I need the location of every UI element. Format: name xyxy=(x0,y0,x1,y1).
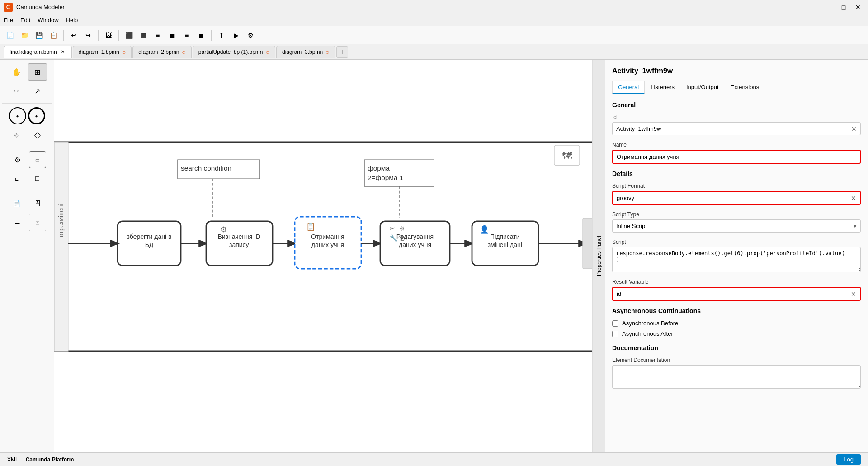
tab-diagram3[interactable]: diagram_3.bpmn ○ xyxy=(276,46,335,58)
close-button[interactable]: ✕ xyxy=(852,1,864,14)
tab-label: diagram_3.bpmn xyxy=(282,49,323,55)
add-tab-button[interactable]: + xyxy=(336,46,348,58)
id-clear-btn[interactable]: ✕ xyxy=(848,124,860,134)
align-bottom[interactable]: ≣ xyxy=(195,29,208,42)
intermediate-event-tool[interactable]: ◎ xyxy=(7,126,26,143)
async-after-row: Asynchronous After xyxy=(612,330,861,337)
hand-tool[interactable]: ✋ xyxy=(7,63,26,81)
move-tool[interactable]: ↔ xyxy=(7,82,26,100)
save-btn[interactable]: 💾 xyxy=(33,29,45,42)
menu-window[interactable]: Window xyxy=(38,17,58,24)
script-textarea[interactable]: response.responseBody.elements().get(0).… xyxy=(613,247,860,272)
result-variable-label: Result Variable xyxy=(612,279,861,285)
diagram-canvas[interactable]: зміненi атр... search condition форма 2=… xyxy=(54,60,592,452)
script-format-label: Script Format xyxy=(612,183,861,189)
svg-text:⚙: ⚙ xyxy=(220,225,227,234)
menu-edit[interactable]: Edit xyxy=(20,17,30,24)
script-format-clear-btn[interactable]: ✕ xyxy=(847,193,860,204)
align-center[interactable]: ▦ xyxy=(137,29,150,42)
details-section-title: Details xyxy=(612,170,861,177)
unsaved-indicator: ○ xyxy=(326,48,329,56)
svg-text:даних учня: даних учня xyxy=(399,241,431,248)
task-tool[interactable]: ▭ xyxy=(29,151,46,168)
element-doc-textarea[interactable] xyxy=(613,366,860,388)
undo-btn[interactable]: ↩ xyxy=(67,29,80,42)
maximize-button[interactable]: □ xyxy=(837,1,850,14)
tab-label: diagram_1.bpmn xyxy=(79,49,119,55)
align-left[interactable]: ⬛ xyxy=(123,29,135,42)
tab-diagram2[interactable]: diagram_2.bpmn ○ xyxy=(132,46,192,58)
data-store-tool[interactable]: 🗄 xyxy=(28,195,47,212)
svg-text:📋: 📋 xyxy=(306,222,316,232)
expanded-pool-tool[interactable]: ▬ xyxy=(8,214,27,231)
connect-tool[interactable]: ↗ xyxy=(28,82,47,100)
service-task-tool[interactable]: ⚙ xyxy=(8,151,27,168)
tabs-bar: finalkdiagram.bpmn ✕ diagram_1.bpmn ○ di… xyxy=(0,44,868,60)
svg-text:зміненi: зміненi xyxy=(57,204,65,224)
upload-btn[interactable]: ⬆ xyxy=(215,29,228,42)
export-btn[interactable]: 📋 xyxy=(47,29,60,42)
start-event-tool[interactable]: ● xyxy=(9,107,26,124)
tab-listeners[interactable]: Listeners xyxy=(645,81,680,94)
status-tab-camunda[interactable]: Camunda Platform xyxy=(26,456,74,463)
svg-text:атр...: атр... xyxy=(57,222,65,237)
settings-btn[interactable]: ⚙ xyxy=(244,29,257,42)
svg-text:БД: БД xyxy=(145,241,154,248)
redo-btn[interactable]: ↪ xyxy=(82,29,94,42)
svg-text:Редагування: Редагування xyxy=(396,233,434,240)
general-section-title: General xyxy=(612,101,861,109)
sub-process-tool[interactable]: ⊏ xyxy=(7,170,26,187)
tab-partialupdate[interactable]: partialUpdate_bp (1).bpmn ○ xyxy=(193,46,275,58)
tab-general[interactable]: General xyxy=(612,81,645,94)
gateway-tool[interactable]: ◇ xyxy=(28,126,47,143)
id-input[interactable] xyxy=(613,123,848,135)
tool-row-3: ● ● xyxy=(2,107,52,124)
embed-btn[interactable]: 🖼 xyxy=(102,29,115,42)
minimize-button[interactable]: — xyxy=(823,1,835,14)
async-section-title: Asynchronous Continuations xyxy=(612,307,861,314)
svg-text:✂: ✂ xyxy=(390,225,395,232)
properties-panel-label[interactable]: Properties Panel xyxy=(593,60,605,452)
async-after-label[interactable]: Asynchronous After xyxy=(622,330,673,337)
align-top[interactable]: ≣ xyxy=(166,29,179,42)
svg-text:Визначення ID: Визначення ID xyxy=(217,233,260,240)
script-format-input[interactable] xyxy=(613,192,847,204)
script-type-select[interactable]: Inline Script External Script xyxy=(613,220,860,232)
sep2 xyxy=(98,30,99,41)
group-tool[interactable]: ⊡ xyxy=(29,214,46,231)
async-before-checkbox[interactable] xyxy=(612,320,618,327)
svg-text:🗺: 🗺 xyxy=(562,150,572,162)
status-tab-xml[interactable]: XML xyxy=(7,456,19,463)
svg-rect-43 xyxy=(583,218,592,269)
tab-label: diagram_2.bpmn xyxy=(138,49,179,55)
tab-extensions[interactable]: Extensions xyxy=(725,81,765,94)
name-input[interactable] xyxy=(613,151,860,163)
svg-text:Підписати: Підписати xyxy=(490,233,519,240)
element-doc-field-group: Element Documentation xyxy=(612,357,861,389)
svg-text:2=форма 1: 2=форма 1 xyxy=(368,174,403,181)
select-tool[interactable]: ⊞ xyxy=(28,63,47,81)
tab-close[interactable]: ✕ xyxy=(60,49,66,55)
pool-tool[interactable]: ☐ xyxy=(28,170,47,187)
id-field-group: Id ✕ xyxy=(612,114,861,135)
documentation-section-title: Documentation xyxy=(612,344,861,352)
run-btn[interactable]: ▶ xyxy=(230,29,242,42)
log-button[interactable]: Log xyxy=(836,454,861,465)
result-variable-clear-btn[interactable]: ✕ xyxy=(847,289,860,300)
align-right[interactable]: ≡ xyxy=(151,29,164,42)
menu-file[interactable]: File xyxy=(4,17,13,24)
async-before-label[interactable]: Asynchronous Before xyxy=(622,320,678,327)
end-event-tool[interactable]: ● xyxy=(28,107,45,124)
align-middle[interactable]: ≡ xyxy=(180,29,193,42)
menu-help[interactable]: Help xyxy=(66,17,78,24)
tab-input-output[interactable]: Input/Output xyxy=(680,81,725,94)
tab-finalkdiagram[interactable]: finalkdiagram.bpmn ✕ xyxy=(4,46,72,58)
data-object-tool[interactable]: 📄 xyxy=(7,195,26,212)
bpmn-svg: зміненi атр... search condition форма 2=… xyxy=(54,60,592,376)
tab-diagram1[interactable]: diagram_1.bpmn ○ xyxy=(73,46,132,58)
svg-text:👤: 👤 xyxy=(480,225,489,234)
new-btn[interactable]: 📄 xyxy=(4,29,16,42)
result-variable-input[interactable] xyxy=(613,288,847,300)
async-after-checkbox[interactable] xyxy=(612,331,618,337)
open-btn[interactable]: 📁 xyxy=(18,29,31,42)
